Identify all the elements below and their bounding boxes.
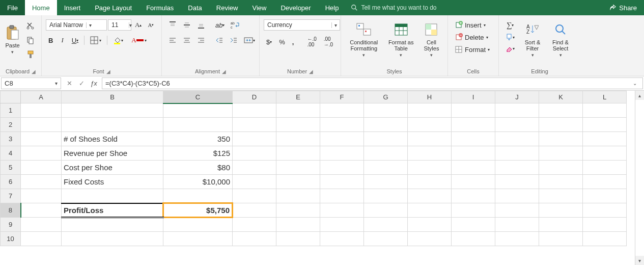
- number-format-combo[interactable]: Currency ▾: [264, 19, 340, 31]
- cancel-formula-button[interactable]: ✕: [64, 80, 74, 87]
- find-select-button[interactable]: Find & Select ▾: [548, 19, 573, 59]
- font-size-combo[interactable]: 11 ▾: [108, 19, 131, 31]
- sort-filter-button[interactable]: AZ Sort & Filter ▾: [520, 19, 545, 59]
- tab-file[interactable]: File: [0, 0, 25, 15]
- col-header-B[interactable]: B: [62, 91, 163, 103]
- font-color-button[interactable]: A▾: [129, 35, 149, 46]
- dialog-launcher-icon[interactable]: ◢: [32, 69, 36, 74]
- autosum-button[interactable]: ∑ ▾: [503, 19, 517, 31]
- increase-font-button[interactable]: A▴: [132, 19, 144, 31]
- clear-button[interactable]: ▾: [503, 43, 517, 54]
- row-header-4[interactable]: 4: [1, 146, 21, 161]
- tab-formulas[interactable]: Formulas: [139, 0, 181, 15]
- copy-button[interactable]: [24, 35, 37, 46]
- tab-insert[interactable]: Insert: [57, 0, 88, 15]
- decrease-decimal-button[interactable]: .00→.0: [321, 35, 335, 49]
- row-header-3[interactable]: 3: [1, 132, 21, 146]
- align-top-button[interactable]: [166, 19, 179, 31]
- decrease-indent-button[interactable]: [213, 35, 226, 46]
- fill-button[interactable]: ▾: [503, 32, 517, 42]
- row-header-9[interactable]: 9: [1, 218, 21, 232]
- paste-button[interactable]: Paste ▾: [4, 19, 21, 59]
- wrap-text-button[interactable]: abc: [228, 19, 242, 31]
- italic-button[interactable]: I: [59, 35, 66, 46]
- worksheet-grid[interactable]: A B C D E F G H I J K L 1 2 3# of Shoes …: [0, 91, 635, 265]
- tell-me-search[interactable]: Tell me what you want to do: [346, 0, 602, 15]
- align-left-button[interactable]: [166, 35, 179, 46]
- col-header-C[interactable]: C: [163, 91, 233, 103]
- dialog-launcher-icon[interactable]: ◢: [106, 69, 110, 74]
- cell-B8[interactable]: Profit/Loss: [62, 203, 163, 218]
- tab-help[interactable]: Help: [318, 0, 346, 15]
- decrease-font-button[interactable]: A▾: [145, 20, 156, 30]
- tab-data[interactable]: Data: [181, 0, 209, 15]
- format-cells-button[interactable]: Format▾: [452, 44, 494, 55]
- format-painter-button[interactable]: [24, 49, 37, 60]
- conditional-formatting-button[interactable]: Conditional Formatting ▾: [345, 19, 382, 59]
- col-header-G[interactable]: G: [364, 91, 408, 103]
- scroll-down-button[interactable]: ▾: [635, 256, 644, 265]
- format-as-table-button[interactable]: Format as Table ▾: [385, 19, 416, 59]
- underline-button[interactable]: U ▾: [69, 35, 81, 46]
- font-name-combo[interactable]: Arial Narrow ▾: [46, 19, 107, 31]
- cell-C6[interactable]: $10,000: [163, 175, 233, 189]
- delete-cells-button[interactable]: Delete▾: [452, 32, 494, 43]
- col-header-A[interactable]: A: [21, 91, 62, 103]
- tab-review[interactable]: Review: [209, 0, 245, 15]
- align-middle-button[interactable]: [180, 19, 193, 31]
- comma-format-button[interactable]: ,: [290, 37, 297, 47]
- row-header-8[interactable]: 8: [1, 203, 21, 218]
- cell-C5[interactable]: $80: [163, 161, 233, 175]
- increase-decimal-button[interactable]: ←.0.00: [304, 35, 319, 49]
- increase-indent-button[interactable]: [227, 35, 240, 46]
- cell-B3[interactable]: # of Shoes Sold: [62, 132, 163, 146]
- cell-styles-button[interactable]: Cell Styles ▾: [419, 19, 443, 59]
- col-header-H[interactable]: H: [408, 91, 452, 103]
- dialog-launcher-icon[interactable]: ◢: [222, 69, 226, 74]
- insert-function-button[interactable]: ƒx: [89, 80, 99, 87]
- align-bottom-button[interactable]: [194, 19, 208, 31]
- tab-view[interactable]: View: [245, 0, 273, 15]
- col-header-I[interactable]: I: [452, 91, 495, 103]
- row-header-5[interactable]: 5: [1, 161, 21, 175]
- select-all-corner[interactable]: [1, 91, 21, 103]
- cell-C8[interactable]: $5,750: [163, 203, 233, 218]
- cell-C3[interactable]: 350: [163, 132, 233, 146]
- scroll-up-button[interactable]: ▴: [635, 91, 644, 100]
- col-header-K[interactable]: K: [539, 91, 583, 103]
- insert-cells-button[interactable]: Insert▾: [452, 19, 494, 31]
- cell-C4[interactable]: $125: [163, 146, 233, 161]
- bold-button[interactable]: B: [46, 35, 55, 46]
- col-header-L[interactable]: L: [583, 91, 627, 103]
- row-header-1[interactable]: 1: [1, 103, 21, 118]
- enter-formula-button[interactable]: ✓: [76, 80, 87, 87]
- scroll-thumb[interactable]: [635, 100, 644, 256]
- cell-B4[interactable]: Revenue per Shoe: [62, 146, 163, 161]
- percent-format-button[interactable]: %: [276, 37, 288, 47]
- dialog-launcher-icon[interactable]: ◢: [309, 69, 313, 74]
- tab-page-layout[interactable]: Page Layout: [88, 0, 139, 15]
- align-right-button[interactable]: [194, 35, 208, 46]
- col-header-F[interactable]: F: [320, 91, 364, 103]
- share-button[interactable]: Share: [602, 0, 644, 15]
- orientation-button[interactable]: ab▾: [213, 20, 227, 31]
- cell-B5[interactable]: Cost per Shoe: [62, 161, 163, 175]
- col-header-D[interactable]: D: [233, 91, 276, 103]
- fill-color-button[interactable]: ▾: [110, 35, 126, 46]
- col-header-J[interactable]: J: [495, 91, 539, 103]
- formula-input[interactable]: =(C3*C4)-(C3*C5)-C6 ⌄: [102, 77, 643, 89]
- cell-B6[interactable]: Fixed Costs: [62, 175, 163, 189]
- row-header-6[interactable]: 6: [1, 175, 21, 189]
- tab-home[interactable]: Home: [25, 0, 57, 15]
- vertical-scrollbar[interactable]: ▴ ▾: [635, 91, 644, 265]
- accounting-format-button[interactable]: $ ▾: [264, 37, 274, 47]
- cut-button[interactable]: [24, 20, 37, 32]
- row-header-10[interactable]: 10: [1, 232, 21, 246]
- col-header-E[interactable]: E: [276, 91, 320, 103]
- tab-developer[interactable]: Developer: [273, 0, 318, 15]
- expand-formula-bar-button[interactable]: ⌄: [630, 81, 639, 86]
- border-button[interactable]: ▾: [88, 35, 104, 46]
- row-header-2[interactable]: 2: [1, 118, 21, 132]
- row-header-7[interactable]: 7: [1, 189, 21, 203]
- align-center-button[interactable]: [180, 35, 193, 46]
